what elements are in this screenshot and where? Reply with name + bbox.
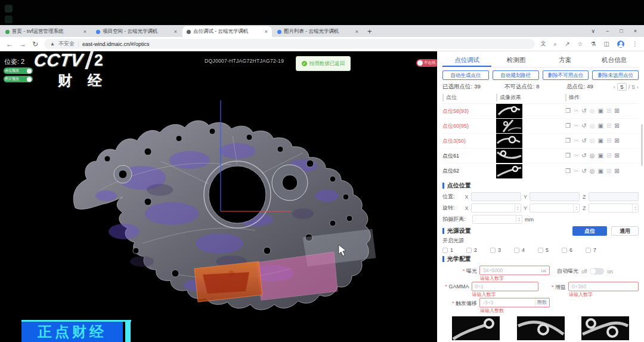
extension-icon[interactable]: ⚗ — [591, 41, 596, 47]
menu-kebab-icon[interactable]: ⋮ — [632, 41, 638, 47]
point-thumbnail[interactable] — [496, 104, 565, 118]
page-input[interactable]: 5 — [617, 83, 627, 91]
tab-machine-info[interactable]: 机台信息 — [590, 53, 639, 67]
frame-icon[interactable]: ⊞ — [606, 153, 611, 159]
minimize-button[interactable]: − — [606, 28, 609, 34]
url-text[interactable]: east-wind.idmaic.cn/#/optics — [82, 41, 150, 47]
copy-icon[interactable]: ❐ — [565, 123, 571, 129]
checkbox[interactable] — [562, 248, 567, 253]
point-name[interactable]: 点位61 — [442, 152, 496, 160]
exposure-input[interactable]: 34~5000us — [479, 266, 550, 275]
point-name[interactable]: 点位60(95) — [442, 122, 496, 130]
camera-icon[interactable]: ▣ — [597, 123, 603, 129]
point-name[interactable]: 点位3(50) — [442, 137, 496, 145]
tab-close-icon[interactable]: × — [355, 29, 358, 35]
share-icon[interactable]: ↗ — [565, 41, 569, 47]
point-thumbnail[interactable] — [496, 119, 565, 133]
frame-icon[interactable]: ⊞ — [606, 138, 611, 144]
rotate-icon[interactable]: ↺ — [581, 108, 586, 114]
checkbox[interactable] — [466, 248, 472, 253]
tab-point-debug[interactable]: 点位调试 — [442, 53, 491, 67]
checkbox[interactable] — [442, 248, 448, 253]
prev-page-icon[interactable]: ‹ — [614, 84, 615, 90]
browser-tab[interactable]: 图片列表 - 云端光学调机 × — [273, 26, 363, 37]
tab-close-icon[interactable]: × — [83, 29, 86, 35]
light-channel-6[interactable]: 6 — [562, 247, 586, 253]
cut-icon[interactable]: ✂ — [574, 123, 578, 129]
gain-input[interactable]: 0~360 — [568, 282, 639, 291]
copy-icon[interactable]: ❐ — [565, 168, 571, 174]
rotate-icon[interactable]: ↺ — [581, 123, 586, 129]
light-channel-3[interactable]: 3 — [490, 247, 514, 253]
tab-scheme[interactable]: 方案 — [541, 53, 590, 67]
preview-image-1[interactable] — [452, 316, 500, 340]
point-name[interactable]: 点位58(93) — [442, 107, 496, 115]
frame-icon[interactable]: ⊞ — [606, 168, 611, 174]
position-y-input[interactable] — [530, 192, 580, 201]
camera-icon[interactable]: ▣ — [597, 138, 603, 144]
gamma-input[interactable]: 0~1 — [472, 282, 538, 291]
table-row[interactable]: 点位61 ❐✂↺◎▣⊞⊠ — [442, 149, 639, 164]
point-name[interactable]: 点位62 — [442, 167, 496, 175]
frame-icon[interactable]: ⊞ — [606, 123, 611, 129]
table-row[interactable]: 点位62 ❐✂↺◎▣⊞⊠ — [442, 164, 639, 178]
light-channel-5[interactable]: 5 — [538, 247, 562, 253]
remove-icon[interactable]: ⊠ — [614, 153, 619, 159]
next-page-icon[interactable]: › — [637, 84, 639, 90]
eye-icon[interactable]: ◎ — [590, 168, 595, 174]
side-panel-icon[interactable]: ◫ — [604, 41, 609, 47]
tab-close-icon[interactable]: × — [174, 29, 177, 35]
rotate-icon[interactable]: ↺ — [581, 138, 586, 144]
eye-icon[interactable]: ◎ — [590, 153, 595, 159]
rotation-z-input[interactable]: ▴▾ — [589, 204, 639, 212]
checkbox[interactable] — [490, 248, 496, 253]
point-thumbnail[interactable] — [496, 134, 565, 148]
browser-tab[interactable]: 首页 - svf运营管理系统 × — [1, 26, 91, 37]
checkbox[interactable] — [514, 248, 519, 253]
remove-icon[interactable]: ⊠ — [614, 138, 619, 144]
offline-status-pill[interactable]: 不在线 — [416, 59, 437, 67]
checkbox[interactable] — [586, 248, 591, 253]
copy-icon[interactable]: ❐ — [565, 138, 571, 144]
common-mode-button[interactable]: 通用 — [611, 226, 639, 236]
light-channel-2[interactable]: 2 — [466, 247, 490, 253]
frame-icon[interactable]: ⊞ — [606, 108, 611, 114]
tab-search-icon[interactable]: ∨ — [591, 28, 595, 34]
tab-close-icon[interactable]: × — [265, 29, 268, 35]
point-thumbnail[interactable] — [496, 164, 565, 178]
address-bar[interactable]: ▲ 不安全 east-wind.idmaic.cn/#/optics — [44, 39, 535, 49]
camera-icon[interactable]: ▣ — [597, 108, 603, 114]
eye-icon[interactable]: ◎ — [590, 138, 595, 144]
table-row[interactable]: 点位58(93) ❐✂↺◎▣⊞⊠ — [442, 104, 639, 119]
position-x-input[interactable] — [471, 192, 521, 201]
forward-button[interactable]: → — [19, 40, 26, 48]
rotation-y-input[interactable]: ▴▾ — [530, 204, 580, 212]
preview-toggle-1[interactable]: 点位预览 — [4, 67, 33, 74]
delete-unusable-points-button[interactable]: 删除不可用点位 — [543, 70, 589, 80]
light-channel-7[interactable]: 7 — [586, 247, 609, 253]
cut-icon[interactable]: ✂ — [574, 108, 578, 114]
zoom-icon[interactable]: ⌕ — [554, 41, 558, 48]
eye-icon[interactable]: ◎ — [590, 123, 595, 129]
close-window-button[interactable]: × — [634, 28, 637, 34]
scrollbar-thumb[interactable] — [641, 124, 643, 166]
shoot-distance-input[interactable]: ▴▾ — [472, 215, 522, 224]
not-secure-label[interactable]: 不安全 — [58, 40, 75, 48]
profile-avatar[interactable] — [617, 41, 624, 48]
bookmark-star-icon[interactable]: ☆ — [578, 41, 583, 47]
trigger-offset-input[interactable]: -3~3圈数 — [479, 298, 550, 307]
maximize-button[interactable]: □ — [620, 28, 623, 34]
delete-unselected-points-button[interactable]: 删除未选用点位 — [592, 70, 639, 80]
position-z-input[interactable] — [589, 192, 639, 201]
light-channel-1[interactable]: 1 — [442, 247, 466, 253]
preview-image-3[interactable] — [581, 316, 629, 340]
new-tab-button[interactable]: + — [367, 27, 372, 35]
rotation-x-input[interactable]: ▴▾ — [471, 204, 521, 212]
3d-model-engine-cover[interactable] — [52, 94, 410, 333]
point-mode-button[interactable]: 点位 — [572, 226, 607, 236]
auto-exposure-toggle[interactable] — [590, 268, 604, 275]
cut-icon[interactable]: ✂ — [574, 168, 578, 174]
translate-icon[interactable]: 文 — [541, 40, 546, 48]
tab-inspection-map[interactable]: 检测图 — [491, 53, 540, 67]
reload-button[interactable]: ↻ — [32, 40, 38, 48]
